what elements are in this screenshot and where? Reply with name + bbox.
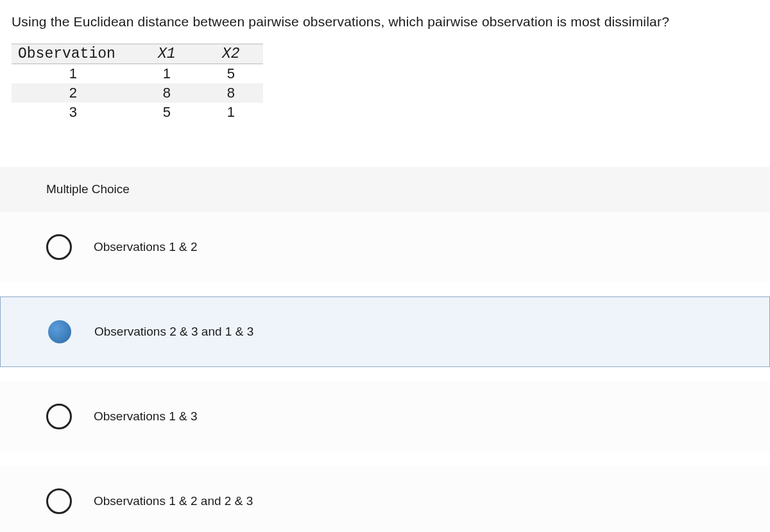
choices-list: Observations 1 & 2 Observations 2 & 3 an… [0,212,770,532]
choice-label: Observations 1 & 2 [94,240,198,254]
table-row: 1 1 5 [12,64,263,84]
table-row: 2 8 8 [12,83,263,103]
radio-icon [46,404,72,429]
cell-x2: 8 [199,83,263,103]
question-text: Using the Euclidean distance between pai… [0,0,770,40]
radio-icon [46,234,72,260]
col-header-x1: X1 [135,44,199,64]
choice-label: Observations 2 & 3 and 1 & 3 [94,325,253,339]
cell-obs: 1 [12,64,135,84]
cell-x1: 8 [135,83,199,103]
cell-obs: 2 [12,83,135,103]
choice-label: Observations 1 & 3 [94,409,198,424]
choice-option-3[interactable]: Observations 1 & 3 [0,381,770,452]
cell-x1: 1 [135,64,199,84]
cell-x2: 1 [199,103,263,122]
table-row: 3 5 1 [12,103,263,122]
data-table: Observation X1 X2 1 1 5 2 8 8 3 5 1 [12,44,263,122]
cell-x2: 5 [199,64,263,84]
choice-label: Observations 1 & 2 and 2 & 3 [94,494,253,508]
col-header-x2: X2 [199,44,263,64]
choice-option-4[interactable]: Observations 1 & 2 and 2 & 3 [0,466,770,532]
cell-x1: 5 [135,103,199,122]
radio-icon [47,319,73,345]
cell-obs: 3 [12,103,135,122]
col-header-observation: Observation [12,44,135,64]
multiple-choice-header: Multiple Choice [0,167,770,212]
choice-option-1[interactable]: Observations 1 & 2 [0,212,770,282]
radio-icon [46,488,72,514]
choice-option-2[interactable]: Observations 2 & 3 and 1 & 3 [0,296,770,367]
